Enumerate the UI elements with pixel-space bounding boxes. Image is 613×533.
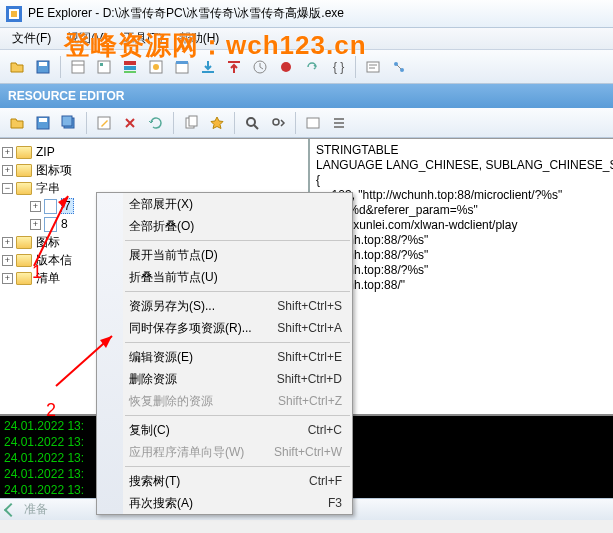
folder-icon	[16, 146, 32, 159]
svg-rect-5	[72, 61, 84, 73]
shortcut: Shift+Ctrl+A	[277, 321, 342, 335]
svg-rect-16	[202, 71, 214, 73]
manifest-wizard-button[interactable]	[206, 112, 228, 134]
syms-button[interactable]: { }	[327, 56, 349, 78]
delay-import-button[interactable]	[249, 56, 271, 78]
menu-view[interactable]: 视图(V)	[59, 28, 115, 49]
section-edit-button[interactable]	[171, 56, 193, 78]
copy-button[interactable]	[180, 112, 202, 134]
page-icon	[44, 199, 57, 214]
ctx-label: 搜索树(T)	[129, 473, 309, 490]
undo-delete-button[interactable]	[145, 112, 167, 134]
main-toolbar: { }	[0, 50, 613, 84]
expander-icon[interactable]: +	[2, 255, 13, 266]
code-line: LANGUAGE LANG_CHINESE, SUBLANG_CHINESE_S…	[316, 158, 613, 172]
save-button[interactable]	[32, 56, 54, 78]
view-mode-button[interactable]	[302, 112, 324, 134]
shortcut: Shift+Ctrl+Z	[278, 394, 342, 408]
disasm-button[interactable]	[362, 56, 384, 78]
ctx-label: 编辑资源(E)	[129, 349, 277, 366]
expander-icon[interactable]: +	[2, 165, 13, 176]
ctx-label: 删除资源	[129, 371, 277, 388]
delete-resource-button[interactable]	[119, 112, 141, 134]
depend-button[interactable]	[388, 56, 410, 78]
svg-rect-28	[39, 118, 47, 122]
tree-label: 清单	[36, 270, 60, 287]
menu-help[interactable]: 帮助(H)	[171, 28, 228, 49]
search-button[interactable]	[241, 112, 263, 134]
separator	[86, 112, 87, 134]
ctx-label: 再次搜索(A)	[129, 495, 328, 512]
svg-rect-11	[124, 71, 136, 73]
svg-rect-15	[176, 61, 188, 64]
ctx-expand-current[interactable]: 展开当前节点(D)	[97, 244, 352, 266]
ctx-edit-resource[interactable]: 编辑资源(E)Shift+Ctrl+E	[97, 346, 352, 368]
expander-icon[interactable]: −	[2, 183, 13, 194]
ctx-copy[interactable]: 复制(C)Ctrl+C	[97, 419, 352, 441]
ctx-save-as[interactable]: 资源另存为(S)...Shift+Ctrl+S	[97, 295, 352, 317]
svg-rect-4	[39, 62, 47, 66]
edit-resource-button[interactable]	[93, 112, 115, 134]
reloc-button[interactable]	[301, 56, 323, 78]
open-button[interactable]	[6, 56, 28, 78]
tree-label: 图标项	[36, 162, 72, 179]
app-icon	[6, 6, 22, 22]
ctx-label: 全部折叠(O)	[129, 218, 342, 235]
svg-line-26	[397, 65, 401, 69]
ctx-label: 应用程序清单向导(W)	[129, 444, 274, 461]
expander-icon[interactable]: +	[30, 201, 41, 212]
page-icon	[44, 217, 57, 232]
ctx-collapse-current[interactable]: 折叠当前节点(U)	[97, 266, 352, 288]
tree-label: 版本信	[36, 252, 72, 269]
shortcut: Shift+Ctrl+W	[274, 445, 342, 459]
save-resource-button[interactable]	[32, 112, 54, 134]
shortcut: Shift+Ctrl+S	[277, 299, 342, 313]
separator	[125, 342, 350, 343]
ctx-label: 全部展开(X)	[129, 196, 342, 213]
svg-rect-7	[98, 61, 110, 73]
ctx-expand-all[interactable]: 全部展开(X)	[97, 193, 352, 215]
headers-button[interactable]	[67, 56, 89, 78]
svg-rect-17	[228, 61, 240, 63]
menu-tools[interactable]: 工具(T)	[115, 28, 170, 49]
debug-button[interactable]	[275, 56, 297, 78]
shortcut: Ctrl+C	[308, 423, 342, 437]
exports-button[interactable]	[223, 56, 245, 78]
resource-content[interactable]: STRINGTABLE LANGUAGE LANG_CHINESE, SUBLA…	[310, 139, 613, 414]
separator	[234, 112, 235, 134]
expander-icon[interactable]: +	[2, 237, 13, 248]
save-all-button[interactable]	[58, 112, 80, 134]
ctx-search-tree[interactable]: 搜索树(T)Ctrl+F	[97, 470, 352, 492]
svg-text:{ }: { }	[333, 60, 344, 74]
ctx-manifest-wizard: 应用程序清单向导(W)Shift+Ctrl+W	[97, 441, 352, 463]
code-line: {	[316, 173, 320, 187]
tree-node-zip[interactable]: +ZIP	[2, 143, 306, 161]
sections-button[interactable]	[119, 56, 141, 78]
search-next-button[interactable]	[267, 112, 289, 134]
svg-rect-10	[124, 66, 136, 70]
ctx-label: 恢复删除的资源	[129, 393, 278, 410]
ctx-collapse-all[interactable]: 全部折叠(O)	[97, 215, 352, 237]
resources-button[interactable]	[145, 56, 167, 78]
ctx-save-multi[interactable]: 同时保存多项资源(R)...Shift+Ctrl+A	[97, 317, 352, 339]
shortcut: Shift+Ctrl+E	[277, 350, 342, 364]
svg-rect-9	[124, 61, 136, 65]
data-dir-button[interactable]	[93, 56, 115, 78]
separator	[125, 240, 350, 241]
menu-file[interactable]: 文件(F)	[4, 28, 59, 49]
title-bar: PE Explorer - D:\冰雪传奇PC\冰雪传奇\冰雪传奇高爆版.exe	[0, 0, 613, 28]
svg-rect-14	[176, 63, 188, 73]
ctx-label: 展开当前节点(D)	[129, 247, 342, 264]
tree-node-icon-items[interactable]: +图标项	[2, 161, 306, 179]
list-mode-button[interactable]	[328, 112, 350, 134]
svg-rect-30	[62, 116, 72, 126]
expander-icon[interactable]: +	[30, 219, 41, 230]
ctx-search-again[interactable]: 再次搜索(A)F3	[97, 492, 352, 514]
open-resource-button[interactable]	[6, 112, 28, 134]
imports-button[interactable]	[197, 56, 219, 78]
svg-point-34	[247, 118, 255, 126]
folder-icon	[16, 272, 32, 285]
ctx-delete-resource[interactable]: 删除资源Shift+Ctrl+D	[97, 368, 352, 390]
expander-icon[interactable]: +	[2, 273, 13, 284]
expander-icon[interactable]: +	[2, 147, 13, 158]
